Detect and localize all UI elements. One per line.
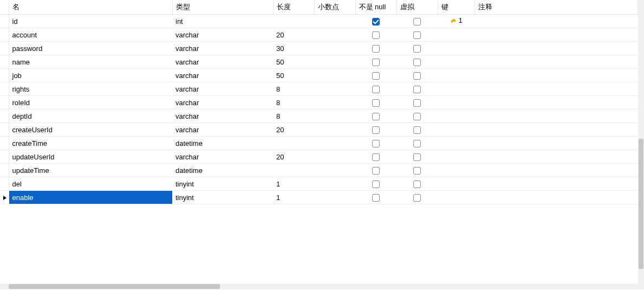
cell-name[interactable]: roleId [9, 96, 172, 110]
virtual-checkbox[interactable] [413, 99, 421, 107]
cell-virtual[interactable] [396, 82, 438, 96]
table-row[interactable]: deptIdvarchar8 [0, 110, 638, 123]
row-gutter[interactable] [0, 42, 9, 55]
cell-length[interactable]: 1 [273, 177, 314, 191]
cell-name[interactable]: rights [9, 82, 172, 96]
cell-length[interactable]: 8 [273, 110, 314, 123]
cell-name[interactable]: createTime [9, 137, 172, 150]
table-row[interactable]: namevarchar50 [0, 55, 638, 69]
cell-notnull[interactable] [355, 150, 396, 164]
cell-type[interactable]: varchar [172, 96, 273, 110]
cell-key[interactable] [438, 82, 474, 96]
cell-name[interactable]: password [9, 42, 172, 55]
cell-decimal[interactable] [314, 177, 355, 191]
cell-type[interactable]: varchar [172, 69, 273, 82]
cell-length[interactable] [273, 15, 314, 28]
cell-decimal[interactable] [314, 96, 355, 110]
virtual-checkbox[interactable] [413, 18, 421, 25]
cell-comment[interactable] [474, 42, 638, 55]
cell-notnull[interactable] [355, 69, 396, 82]
cell-virtual[interactable] [396, 191, 438, 204]
cell-key[interactable] [438, 177, 474, 191]
cell-notnull[interactable] [355, 164, 396, 177]
cell-virtual[interactable] [396, 96, 438, 110]
cell-notnull[interactable] [355, 137, 396, 150]
virtual-checkbox[interactable] [413, 181, 421, 188]
cell-type[interactable]: varchar [172, 82, 273, 96]
cell-length[interactable]: 1 [273, 191, 314, 204]
notnull-checkbox[interactable] [372, 18, 380, 25]
notnull-checkbox[interactable] [372, 167, 380, 175]
cell-notnull[interactable] [355, 15, 396, 28]
cell-comment[interactable] [474, 69, 638, 82]
cell-comment[interactable] [474, 123, 638, 137]
row-gutter[interactable] [0, 164, 9, 177]
table-row[interactable]: enabletinyint1 [0, 191, 638, 204]
cell-virtual[interactable] [396, 137, 438, 150]
header-virtual[interactable]: 虚拟 [396, 0, 438, 15]
row-gutter[interactable] [0, 123, 9, 137]
notnull-checkbox[interactable] [372, 153, 380, 161]
cell-comment[interactable] [474, 191, 638, 204]
cell-key[interactable] [438, 191, 474, 204]
header-notnull[interactable]: 不是 null [355, 0, 396, 15]
cell-virtual[interactable] [396, 150, 438, 164]
cell-decimal[interactable] [314, 191, 355, 204]
cell-length[interactable] [273, 164, 314, 177]
row-gutter[interactable] [0, 110, 9, 123]
cell-type[interactable]: varchar [172, 42, 273, 55]
cell-key[interactable]: 1 [438, 15, 474, 28]
cell-notnull[interactable] [355, 55, 396, 69]
cell-type[interactable]: tinyint [172, 191, 273, 204]
cell-decimal[interactable] [314, 82, 355, 96]
cell-length[interactable]: 20 [273, 28, 314, 42]
notnull-checkbox[interactable] [372, 181, 380, 188]
cell-key[interactable] [438, 123, 474, 137]
row-gutter[interactable] [0, 82, 9, 96]
cell-type[interactable]: varchar [172, 123, 273, 137]
notnull-checkbox[interactable] [372, 140, 380, 147]
cell-length[interactable]: 50 [273, 55, 314, 69]
cell-virtual[interactable] [396, 164, 438, 177]
cell-key[interactable] [438, 164, 474, 177]
cell-decimal[interactable] [314, 55, 355, 69]
header-type[interactable]: 类型 [172, 0, 273, 15]
cell-comment[interactable] [474, 82, 638, 96]
virtual-checkbox[interactable] [413, 72, 421, 80]
notnull-checkbox[interactable] [372, 86, 380, 93]
row-gutter[interactable] [0, 191, 9, 204]
table-row[interactable]: jobvarchar50 [0, 69, 638, 82]
cell-virtual[interactable] [396, 42, 438, 55]
cell-comment[interactable] [474, 110, 638, 123]
row-gutter[interactable] [0, 96, 9, 110]
cell-length[interactable] [273, 137, 314, 150]
cell-length[interactable]: 20 [273, 123, 314, 137]
cell-name[interactable]: name [9, 55, 172, 69]
table-row[interactable]: roleIdvarchar8 [0, 96, 638, 110]
notnull-checkbox[interactable] [372, 194, 380, 202]
cell-key[interactable] [438, 137, 474, 150]
cell-notnull[interactable] [355, 191, 396, 204]
cell-decimal[interactable] [314, 110, 355, 123]
cell-decimal[interactable] [314, 137, 355, 150]
cell-type[interactable]: datetime [172, 164, 273, 177]
cell-name[interactable]: enable [9, 191, 172, 204]
cell-key[interactable] [438, 42, 474, 55]
cell-virtual[interactable] [396, 15, 438, 28]
cell-key[interactable] [438, 150, 474, 164]
cell-virtual[interactable] [396, 110, 438, 123]
cell-type[interactable]: varchar [172, 110, 273, 123]
virtual-checkbox[interactable] [413, 113, 421, 120]
cell-notnull[interactable] [355, 82, 396, 96]
cell-comment[interactable] [474, 177, 638, 191]
table-row[interactable]: updateTimedatetime [0, 164, 638, 177]
cell-key[interactable] [438, 28, 474, 42]
row-gutter[interactable] [0, 69, 9, 82]
cell-type[interactable]: tinyint [172, 177, 273, 191]
notnull-checkbox[interactable] [372, 59, 380, 66]
cell-type[interactable]: varchar [172, 150, 273, 164]
cell-name[interactable]: account [9, 28, 172, 42]
virtual-checkbox[interactable] [413, 140, 421, 147]
virtual-checkbox[interactable] [413, 45, 421, 53]
cell-type[interactable]: datetime [172, 137, 273, 150]
